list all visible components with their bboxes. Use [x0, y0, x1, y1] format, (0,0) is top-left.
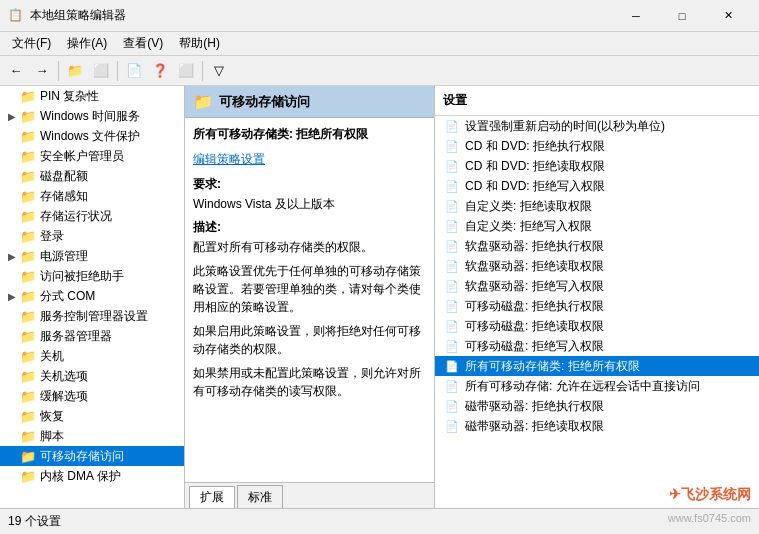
- right-item-icon-0: 📄: [443, 117, 461, 135]
- tree-item-scripts[interactable]: 📁 脚本: [0, 426, 184, 446]
- middle-header-title: 可移动存储访问: [219, 93, 310, 111]
- folder-icon-recovery: 📁: [20, 408, 36, 424]
- middle-panel: 📁 可移动存储访问 所有可移动存储类: 拒绝所有权限 编辑策略设置 要求: Wi…: [185, 86, 435, 508]
- folder-icon-shutdown-options: 📁: [20, 368, 36, 384]
- menu-action[interactable]: 操作(A): [59, 33, 115, 54]
- tree-item-wfp[interactable]: 📁 Windows 文件保护: [0, 126, 184, 146]
- arrow-login: [8, 231, 20, 242]
- right-item-5[interactable]: 📄 自定义类: 拒绝写入权限: [435, 216, 759, 236]
- right-item-8[interactable]: 📄 软盘驱动器: 拒绝写入权限: [435, 276, 759, 296]
- tree-label-sam: 安全帐户管理员: [40, 148, 124, 165]
- folder-icon-power: 📁: [20, 248, 36, 264]
- right-item-6[interactable]: 📄 软盘驱动器: 拒绝执行权限: [435, 236, 759, 256]
- close-button[interactable]: ✕: [705, 0, 751, 32]
- description-text-2: 此策略设置优先于任何单独的可移动存储策略设置。若要管理单独的类，请对每个类使用相…: [193, 262, 426, 316]
- folder-icon-disk: 📁: [20, 168, 36, 184]
- right-item-icon-14: 📄: [443, 397, 461, 415]
- show-hide-button[interactable]: ⬜: [89, 59, 113, 83]
- tree-item-sam[interactable]: 📁 安全帐户管理员: [0, 146, 184, 166]
- tree-item-dma[interactable]: 📁 内核 DMA 保护: [0, 466, 184, 486]
- right-item-label-5: 自定义类: 拒绝写入权限: [465, 218, 592, 235]
- right-item-label-2: CD 和 DVD: 拒绝读取权限: [465, 158, 605, 175]
- arrow-dma: [8, 471, 20, 482]
- forward-button[interactable]: →: [30, 59, 54, 83]
- right-item-9[interactable]: 📄 可移动磁盘: 拒绝执行权限: [435, 296, 759, 316]
- tree-label-storage-sense: 存储感知: [40, 188, 88, 205]
- tree-label-wts: Windows 时间服务: [40, 108, 140, 125]
- folder-icon-login: 📁: [20, 228, 36, 244]
- status-text: 19 个设置: [8, 513, 61, 530]
- filter-button[interactable]: ▽: [207, 59, 231, 83]
- menu-view[interactable]: 查看(V): [115, 33, 171, 54]
- right-item-14[interactable]: 📄 磁带驱动器: 拒绝执行权限: [435, 396, 759, 416]
- help-button[interactable]: ❓: [148, 59, 172, 83]
- folder-icon-pin: 📁: [20, 88, 36, 104]
- toolbar: ← → 📁 ⬜ 📄 ❓ ⬜ ▽: [0, 56, 759, 86]
- tab-expand[interactable]: 扩展: [189, 486, 235, 508]
- arrow-storage-sense: [8, 191, 20, 202]
- folder-icon-scripts: 📁: [20, 428, 36, 444]
- tree-item-server-mgr[interactable]: 📁 服务器管理器: [0, 326, 184, 346]
- minimize-button[interactable]: ─: [613, 0, 659, 32]
- tree-label-server-mgr: 服务器管理器: [40, 328, 112, 345]
- middle-content: 所有可移动存储类: 拒绝所有权限 编辑策略设置 要求: Windows Vist…: [185, 118, 434, 482]
- tree-item-wts[interactable]: ▶ 📁 Windows 时间服务: [0, 106, 184, 126]
- right-item-15[interactable]: 📄 磁带驱动器: 拒绝读取权限: [435, 416, 759, 436]
- tree-label-shutdown: 关机: [40, 348, 64, 365]
- tree-item-access-denied[interactable]: 📁 访问被拒绝助手: [0, 266, 184, 286]
- right-item-icon-6: 📄: [443, 237, 461, 255]
- tree-label-mitigation: 缓解选项: [40, 388, 88, 405]
- right-item-11[interactable]: 📄 可移动磁盘: 拒绝写入权限: [435, 336, 759, 356]
- arrow-storage-health: [8, 211, 20, 222]
- right-item-1[interactable]: 📄 CD 和 DVD: 拒绝执行权限: [435, 136, 759, 156]
- menu-help[interactable]: 帮助(H): [171, 33, 228, 54]
- folder-icon-storage-sense: 📁: [20, 188, 36, 204]
- folder-icon-server-mgr: 📁: [20, 328, 36, 344]
- tree-item-power[interactable]: ▶ 📁 电源管理: [0, 246, 184, 266]
- right-item-13[interactable]: 📄 所有可移动存储: 允许在远程会话中直接访问: [435, 376, 759, 396]
- arrow-com: ▶: [8, 291, 20, 302]
- tree-label-shutdown-options: 关机选项: [40, 368, 88, 385]
- up-button[interactable]: 📁: [63, 59, 87, 83]
- right-item-7[interactable]: 📄 软盘驱动器: 拒绝读取权限: [435, 256, 759, 276]
- tree-item-storage-health[interactable]: 📁 存储运行状况: [0, 206, 184, 226]
- right-panel-header: 设置: [435, 86, 759, 116]
- tree-label-recovery: 恢复: [40, 408, 64, 425]
- right-item-2[interactable]: 📄 CD 和 DVD: 拒绝读取权限: [435, 156, 759, 176]
- tree-label-dma: 内核 DMA 保护: [40, 468, 121, 485]
- tree-item-scm[interactable]: 📁 服务控制管理器设置: [0, 306, 184, 326]
- right-item-label-15: 磁带驱动器: 拒绝读取权限: [465, 418, 604, 435]
- right-item-3[interactable]: 📄 CD 和 DVD: 拒绝写入权限: [435, 176, 759, 196]
- arrow-access-denied: [8, 271, 20, 282]
- arrow-scm: [8, 311, 20, 322]
- right-item-12[interactable]: 📄 所有可移动存储类: 拒绝所有权限: [435, 356, 759, 376]
- properties-button[interactable]: 📄: [122, 59, 146, 83]
- tree-item-removable[interactable]: 📁 可移动存储访问: [0, 446, 184, 466]
- edit-policy-link[interactable]: 编辑策略设置: [193, 152, 265, 166]
- main-content: 📁 PIN 复杂性 ▶ 📁 Windows 时间服务 📁 Windows 文件保…: [0, 86, 759, 508]
- tree-item-shutdown-options[interactable]: 📁 关机选项: [0, 366, 184, 386]
- right-item-label-6: 软盘驱动器: 拒绝执行权限: [465, 238, 604, 255]
- right-item-10[interactable]: 📄 可移动磁盘: 拒绝读取权限: [435, 316, 759, 336]
- arrow-scripts: [8, 431, 20, 442]
- arrow-wfp: [8, 131, 20, 142]
- right-item-0[interactable]: 📄 设置强制重新启动的时间(以秒为单位): [435, 116, 759, 136]
- tree-item-recovery[interactable]: 📁 恢复: [0, 406, 184, 426]
- tree-item-login[interactable]: 📁 登录: [0, 226, 184, 246]
- right-item-icon-12: 📄: [443, 357, 461, 375]
- tree-item-storage-sense[interactable]: 📁 存储感知: [0, 186, 184, 206]
- tree-item-com[interactable]: ▶ 📁 分式 COM: [0, 286, 184, 306]
- tree-item-disk[interactable]: 📁 磁盘配额: [0, 166, 184, 186]
- maximize-button[interactable]: □: [659, 0, 705, 32]
- menu-file[interactable]: 文件(F): [4, 33, 59, 54]
- tree-item-mitigation[interactable]: 📁 缓解选项: [0, 386, 184, 406]
- tree-item-pin[interactable]: 📁 PIN 复杂性: [0, 86, 184, 106]
- tab-standard[interactable]: 标准: [237, 485, 283, 508]
- tree-item-shutdown[interactable]: 📁 关机: [0, 346, 184, 366]
- view-button[interactable]: ⬜: [174, 59, 198, 83]
- right-item-label-10: 可移动磁盘: 拒绝读取权限: [465, 318, 604, 335]
- right-item-label-8: 软盘驱动器: 拒绝写入权限: [465, 278, 604, 295]
- back-button[interactable]: ←: [4, 59, 28, 83]
- arrow-sam: [8, 151, 20, 162]
- right-item-4[interactable]: 📄 自定义类: 拒绝读取权限: [435, 196, 759, 216]
